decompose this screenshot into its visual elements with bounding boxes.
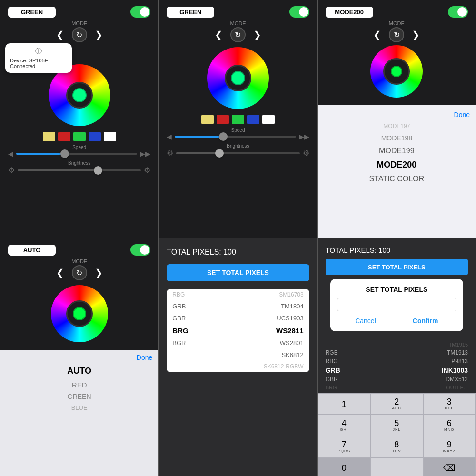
brightness-thumb-p2[interactable] bbox=[215, 149, 224, 158]
color-wheel-p3[interactable] bbox=[370, 45, 423, 98]
mode-next-p3[interactable]: ❯ bbox=[412, 30, 420, 40]
info-icon: ⓘ bbox=[10, 47, 67, 56]
table-row-brg-ws2811[interactable]: BRG WS2811 bbox=[167, 324, 309, 337]
speed-rewind-p2[interactable]: ◀ bbox=[167, 133, 172, 140]
swatch-yellow-p2[interactable] bbox=[201, 115, 214, 124]
brightness-slider-row-p2: ⚙ ⚙ bbox=[167, 149, 309, 158]
mode-refresh-p3[interactable]: ↻ bbox=[389, 27, 404, 42]
mode-list-item-red[interactable]: RED bbox=[0, 379, 158, 391]
brightness-thumb-p1[interactable] bbox=[94, 166, 102, 175]
swatch-white-p2[interactable] bbox=[262, 115, 275, 124]
swatch-blue-p1[interactable] bbox=[89, 132, 101, 141]
color-picker-dot-p2 bbox=[231, 71, 245, 85]
power-toggle-p1[interactable] bbox=[130, 6, 150, 18]
col2: WS2811 bbox=[276, 327, 304, 335]
speed-ff-p1[interactable]: ▶▶ bbox=[140, 150, 150, 158]
gear-left-p2[interactable]: ⚙ bbox=[167, 149, 173, 158]
panel-mode200: MODE200 MODE ❮ ↻ ❯ Done MODE197 MODE198 … bbox=[317, 0, 476, 238]
top-bar-p4: AUTO bbox=[8, 244, 150, 256]
done-btn-p3[interactable]: Done bbox=[318, 109, 476, 120]
gear-right-p1[interactable]: ⚙ bbox=[144, 166, 150, 175]
mode-list-item-static[interactable]: STATIC COLOR bbox=[318, 172, 476, 186]
info-status: Connected bbox=[10, 63, 67, 69]
mode-prev-p1[interactable]: ❮ bbox=[56, 30, 64, 40]
brightness-track-p1[interactable] bbox=[18, 169, 141, 171]
mode-list-item-blue[interactable]: BLUE bbox=[0, 402, 158, 413]
done-btn-p4[interactable]: Done bbox=[0, 352, 158, 363]
speed-ff-p2[interactable]: ▶▶ bbox=[299, 133, 309, 140]
numkey-8[interactable]: 8 TUV bbox=[370, 436, 423, 457]
color-wheel-p1[interactable] bbox=[49, 64, 110, 126]
np-row-grb-ink[interactable]: GRBINK1003 bbox=[322, 366, 472, 375]
mode-prev-p4[interactable]: ❮ bbox=[56, 268, 64, 278]
mode-list-item-200[interactable]: MODE200 bbox=[318, 158, 476, 172]
device-name-p2: GREEN bbox=[167, 7, 214, 18]
swatch-red-p1[interactable] bbox=[58, 132, 70, 141]
numkey-empty-mid bbox=[370, 457, 423, 476]
brightness-section-p1: Brightness ⚙ ⚙ bbox=[8, 160, 150, 175]
brightness-track-p2[interactable] bbox=[176, 152, 299, 154]
mode-refresh-p2[interactable]: ↻ bbox=[230, 27, 246, 42]
speed-track-p2[interactable] bbox=[175, 136, 296, 138]
speed-thumb-p2[interactable] bbox=[219, 132, 228, 141]
numkey-9[interactable]: 9 WXYZ bbox=[423, 436, 476, 457]
numkey-6[interactable]: 6 MNO bbox=[423, 415, 476, 436]
power-toggle-p3[interactable] bbox=[448, 6, 468, 18]
numkey-5[interactable]: 5 JKL bbox=[370, 415, 423, 436]
numkey-backspace[interactable]: ⌫ bbox=[423, 457, 476, 476]
brightness-fill-p1 bbox=[18, 169, 98, 171]
mode-prev-p2[interactable]: ❮ bbox=[215, 30, 223, 40]
col2: TM1804 bbox=[281, 303, 304, 310]
numkey-4[interactable]: 4 GHI bbox=[318, 415, 370, 436]
mode-refresh-p4[interactable]: ↻ bbox=[72, 265, 87, 280]
mode-list-item-197[interactable]: MODE197 bbox=[318, 120, 476, 132]
power-toggle-p2[interactable] bbox=[289, 6, 309, 18]
brightness-fill-p2 bbox=[176, 152, 219, 154]
col2: WS2801 bbox=[280, 339, 304, 347]
swatch-green-p2[interactable] bbox=[232, 115, 244, 124]
speed-thumb-p1[interactable] bbox=[60, 149, 69, 158]
mode-list-item-198[interactable]: MODE198 bbox=[318, 132, 476, 144]
panel-numpad: TOTAL PIXELS: 100 SET TOTAL PIXELS SET T… bbox=[317, 238, 476, 476]
swatch-blue-p2[interactable] bbox=[247, 115, 259, 124]
col2: SM16703 bbox=[279, 291, 303, 298]
cancel-btn[interactable]: Cancel bbox=[355, 317, 376, 325]
mode-next-p1[interactable]: ❯ bbox=[95, 30, 103, 40]
power-toggle-p4[interactable] bbox=[130, 244, 150, 256]
set-total-pixels-bar[interactable]: SET TOTAL PIXELS bbox=[326, 259, 468, 275]
color-wheel-p4[interactable] bbox=[51, 285, 108, 342]
color-picker-dot-p1 bbox=[72, 88, 87, 102]
mode-list-item-199[interactable]: MODE199 bbox=[318, 144, 476, 158]
table-row-rbg-sm: RBG SM16703 bbox=[167, 289, 309, 300]
color-wheel-p2[interactable] bbox=[207, 47, 269, 109]
panel-green-2: GREEN MODE ❮ ↻ ❯ Speed ◀ ▶▶ Brightness bbox=[159, 0, 317, 238]
mode-controls-p1: ❮ ↻ ❯ bbox=[8, 27, 150, 42]
gear-right-p2[interactable]: ⚙ bbox=[303, 149, 309, 158]
numkey-3[interactable]: 3 DEF bbox=[423, 393, 476, 415]
gear-left-p1[interactable]: ⚙ bbox=[8, 166, 15, 175]
swatch-white-p1[interactable] bbox=[104, 132, 116, 141]
mode-list-item-green-auto[interactable]: GREEN bbox=[0, 391, 158, 402]
set-pixels-btn[interactable]: SET TOTAL PIXELS bbox=[167, 264, 309, 281]
mode-refresh-p1[interactable]: ↻ bbox=[72, 27, 87, 42]
mode-next-p4[interactable]: ❯ bbox=[95, 268, 103, 278]
speed-rewind-p1[interactable]: ◀ bbox=[8, 150, 13, 158]
auto-mode-list: Done AUTO RED GREEN BLUE bbox=[0, 350, 158, 476]
brightness-label-p2: Brightness bbox=[167, 143, 309, 149]
table-row-sk6812-rgbw: SK6812-RGBW bbox=[167, 361, 309, 372]
speed-track-p1[interactable] bbox=[16, 153, 137, 155]
numkey-1[interactable]: 1 bbox=[318, 393, 370, 415]
numkey-0[interactable]: 0 bbox=[318, 457, 370, 476]
numkey-7[interactable]: 7 PQRS bbox=[318, 436, 370, 457]
swatch-green-p1[interactable] bbox=[73, 132, 86, 141]
numkey-2[interactable]: 2 ABC bbox=[370, 393, 423, 415]
numpad-total-label: TOTAL PIXELS: 100 bbox=[326, 246, 468, 254]
confirm-btn[interactable]: Confirm bbox=[413, 317, 438, 325]
mode-list-item-auto[interactable]: AUTO bbox=[0, 363, 158, 379]
set-total-input[interactable] bbox=[337, 298, 456, 311]
swatch-red-p2[interactable] bbox=[217, 115, 229, 124]
mode-next-p2[interactable]: ❯ bbox=[253, 30, 261, 40]
mode-prev-p3[interactable]: ❮ bbox=[373, 30, 381, 40]
panel-total-pixels: TOTAL PIXELS: 100 SET TOTAL PIXELS RBG S… bbox=[159, 238, 317, 476]
swatch-yellow-p1[interactable] bbox=[43, 132, 55, 141]
